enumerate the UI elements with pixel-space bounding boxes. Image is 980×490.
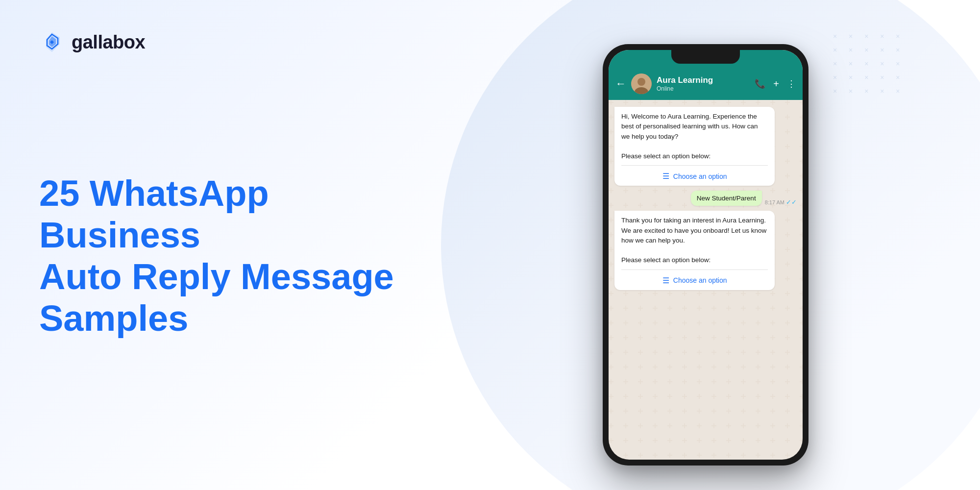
received-message-1: Hi, Welcome to Aura Learning. Experience… [614,107,775,186]
phone-device: ← Aura Learning Online 📞 [603,44,808,466]
logo-area: gallabox [39,29,480,55]
message-divider-2 [621,270,768,270]
header-action-icons: 📞 + ⋮ [755,78,796,90]
list-icon-1: ☰ [662,172,669,181]
right-content-area: ← Aura Learning Online 📞 [461,0,980,490]
headline: 25 WhatsApp Business Auto Reply Message … [39,172,421,339]
more-options-icon[interactable]: ⋮ [787,78,796,89]
choose-option-button-1[interactable]: ☰ Choose an option [621,169,768,182]
logo-text: gallabox [72,32,145,53]
phone-mockup-wrapper: ← Aura Learning Online 📞 [603,44,808,466]
svg-point-2 [637,78,645,86]
message-divider-1 [621,165,768,166]
message-ticks: ✓✓ [786,198,797,206]
gallabox-logo-icon [39,29,65,55]
call-icon[interactable]: 📞 [755,78,765,89]
phone-notch [671,50,740,64]
sent-message-1: New Student/Parent [691,191,762,206]
back-arrow-icon[interactable]: ← [615,77,626,90]
add-icon[interactable]: + [773,78,779,90]
message-text-1: Hi, Welcome to Aura Learning. Experience… [621,112,768,161]
message-text-2: Thank you for taking an interest in Aura… [621,216,768,265]
left-content-area: gallabox 25 WhatsApp Business Auto Reply… [39,0,480,490]
contact-name: Aura Learning [657,75,750,85]
list-icon-2: ☰ [662,276,669,285]
sent-message-wrapper: New Student/Parent 8:17 AM ✓✓ [691,191,797,206]
choose-option-label-1: Choose an option [673,172,727,180]
message-timestamp: 8:17 AM ✓✓ [765,198,797,206]
chat-area: Hi, Welcome to Aura Learning. Experience… [609,100,803,460]
received-message-2: Thank you for taking an interest in Aura… [614,211,775,290]
choose-option-label-2: Choose an option [673,276,727,284]
contact-info: Aura Learning Online [657,75,750,92]
contact-status: Online [657,85,750,92]
time-value: 8:17 AM [765,199,784,205]
choose-option-button-2[interactable]: ☰ Choose an option [621,273,768,286]
contact-avatar [631,74,652,94]
sent-message-text: New Student/Parent [697,195,756,202]
phone-screen: ← Aura Learning Online 📞 [609,50,803,460]
